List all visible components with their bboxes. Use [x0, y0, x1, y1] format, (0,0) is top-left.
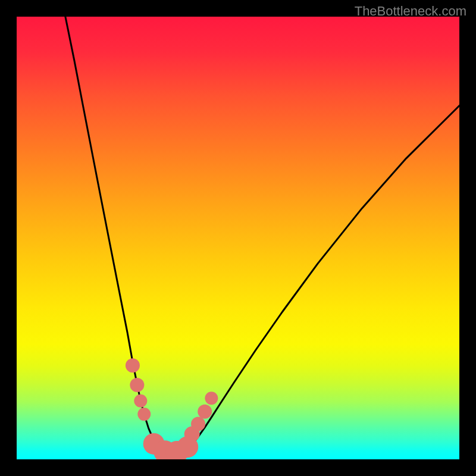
chart-container: TheBottleneck.com — [0, 0, 476, 476]
watermark-text: TheBottleneck.com — [355, 4, 466, 19]
plot-area — [17, 17, 459, 459]
bottleneck-curve-canvas — [17, 17, 459, 459]
